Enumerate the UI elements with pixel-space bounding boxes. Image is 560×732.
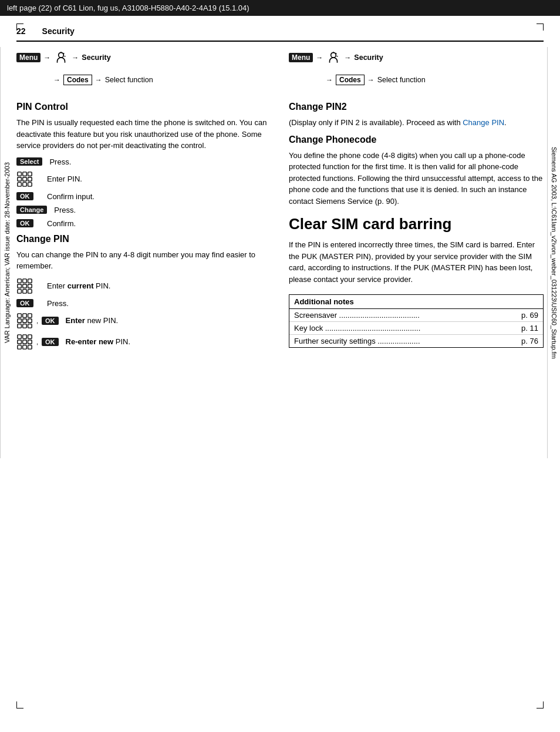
svg-rect-22 (18, 313, 22, 317)
notes-keylock-label: Key lock ...............................… (294, 324, 503, 333)
ok-btn-icon-1: OK (16, 192, 40, 200)
notes-row-1: Screensaver ............................… (289, 309, 543, 322)
notes-row-3: Further security settings ..............… (289, 335, 543, 347)
nav-select-left: Select function (105, 76, 153, 84)
notes-row-2: Key lock ...............................… (289, 322, 543, 335)
header-text: left page (22) of C61 Lion, fug us, A310… (7, 4, 249, 12)
pin-step-1: Select Press. (16, 157, 271, 166)
svg-rect-34 (18, 340, 22, 344)
svg-rect-5 (23, 172, 27, 176)
svg-rect-12 (28, 182, 32, 186)
top-header-bar: left page (22) of C61 Lion, fug us, A310… (0, 0, 560, 16)
svg-rect-30 (28, 324, 32, 328)
two-column-layout: Menu → → Security → Codes (16, 50, 544, 355)
svg-rect-4 (18, 172, 22, 176)
svg-rect-18 (28, 284, 32, 288)
svg-rect-27 (28, 318, 32, 323)
change-pin2-heading: Change PIN2 (289, 102, 544, 112)
side-label-left: VAR Language: American; VAR issue date: … (0, 47, 13, 458)
notes-security-label: Further security settings ..............… (294, 337, 503, 345)
corner-mark-tl (16, 23, 23, 31)
svg-rect-25 (18, 318, 22, 323)
svg-rect-9 (28, 177, 32, 181)
ok-btn-icon-2: OK (16, 219, 40, 227)
svg-rect-26 (23, 318, 27, 323)
svg-rect-6 (28, 172, 32, 176)
svg-rect-31 (18, 334, 22, 338)
change-pin-heading: Change PIN (16, 234, 271, 244)
nav-security-left: Security (82, 53, 110, 62)
svg-rect-17 (23, 284, 27, 288)
pin-control-body: The PIN is usually requested each time t… (16, 117, 271, 152)
svg-rect-21 (28, 289, 32, 293)
menu-btn-left[interactable]: Menu (16, 53, 41, 62)
page-chapter-header: 22 Security (16, 16, 544, 42)
chapter-title: Security (42, 26, 75, 36)
svg-rect-36 (28, 340, 32, 344)
keypad-icon-2 (16, 278, 40, 294)
change-pin-body: You can change the PIN to any 4-8 digit … (16, 249, 271, 272)
svg-rect-15 (28, 278, 32, 283)
svg-rect-13 (18, 278, 22, 283)
nav-select-right: Select function (377, 76, 426, 84)
pin-control-heading: PIN Control (16, 102, 271, 112)
notes-header: Additional notes (289, 295, 543, 309)
svg-point-40 (331, 52, 336, 58)
pin-step-4: Change Press. (16, 206, 271, 214)
keypad-ok-icon-2: , OK (16, 334, 59, 350)
settings-icon-right (326, 50, 341, 65)
svg-rect-37 (18, 345, 22, 349)
change-pin-step-4-text: Re-enter new PIN. (66, 337, 131, 346)
menu-btn-right[interactable]: Menu (289, 53, 313, 62)
svg-rect-10 (18, 182, 22, 186)
change-btn-icon: Change (16, 206, 47, 214)
pin-step-2-text: Enter PIN. (47, 174, 82, 183)
change-phonecode-heading: Change Phonecode (289, 135, 544, 145)
svg-rect-24 (28, 313, 32, 317)
svg-rect-8 (23, 177, 27, 181)
clear-sim-body: If the PIN is entered incorrectly three … (289, 239, 544, 285)
nav-line1-left: Menu → → Security (16, 50, 271, 65)
nav-line2-left: → Codes → Select function (52, 75, 271, 85)
change-phonecode-body: You define the phone code (4-8 digits) w… (289, 150, 544, 207)
additional-notes-table: Additional notes Screensaver ...........… (289, 294, 544, 348)
clear-sim-heading: Clear SIM card barring (289, 215, 544, 233)
svg-rect-16 (18, 284, 22, 288)
corner-mark-bl (16, 701, 23, 709)
pin-step-3: OK Confirm input. (16, 192, 271, 201)
nav-codes-left: Codes (63, 75, 92, 85)
svg-rect-14 (23, 278, 27, 283)
keypad-ok-icon-1: , OK (16, 313, 59, 329)
change-pin-step-2: OK Press. (16, 299, 271, 308)
svg-rect-32 (23, 334, 27, 338)
change-pin-step-3: , OK Enter new PIN. (16, 313, 271, 329)
svg-rect-38 (23, 345, 27, 349)
right-column: Menu → → Security → Codes → (289, 50, 544, 355)
change-pin-step-2-text: Press. (47, 299, 69, 308)
nav-codes-right: Codes (336, 75, 365, 85)
change-pin2-body: (Display only if PIN 2 is available). Pr… (289, 117, 544, 129)
change-pin-step-3-text: Enter new PIN. (66, 316, 119, 325)
svg-rect-11 (23, 182, 27, 186)
settings-icon-left (53, 50, 69, 65)
nav-breadcrumb-right: Menu → → Security → Codes → (289, 50, 544, 93)
change-pin-link: Change PIN (463, 118, 504, 127)
svg-rect-7 (18, 177, 22, 181)
nav-breadcrumb-left: Menu → → Security → Codes (16, 50, 271, 93)
pin-step-5: OK Confirm. (16, 219, 271, 228)
side-label-right: Siemens AG 2003, L:\C61lam_v2\von_weber_… (547, 47, 560, 458)
svg-rect-39 (28, 345, 32, 349)
nav-line2-right: → Codes → Select function (324, 75, 544, 85)
nav-line1-right: Menu → → Security (289, 50, 544, 65)
svg-rect-29 (23, 324, 27, 328)
svg-point-0 (59, 52, 64, 58)
pin-step-2: Enter PIN. (16, 171, 271, 187)
svg-rect-28 (18, 324, 22, 328)
svg-rect-33 (28, 334, 32, 338)
change-pin-step-1-text: Enter current PIN. (47, 281, 110, 290)
pin-step-4-text: Press. (54, 206, 76, 214)
notes-screensaver-page: p. 69 (503, 311, 538, 320)
main-content: 22 Security Menu → → (16, 16, 544, 355)
corner-mark-br (537, 701, 544, 709)
ok-btn-icon-3: OK (16, 299, 40, 307)
